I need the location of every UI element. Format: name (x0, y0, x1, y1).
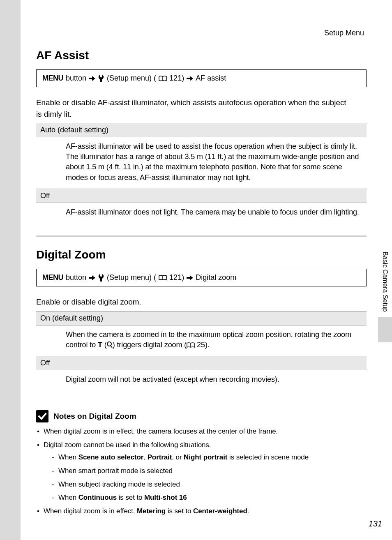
list-item: When smart portrait mode is selected (52, 466, 367, 476)
book-icon (187, 342, 195, 348)
wrench-icon (98, 75, 104, 82)
wrench-icon (98, 274, 104, 282)
digital-zoom-options-table: On (default setting) When the camera is … (36, 311, 367, 391)
digital-zoom-heading: Digital Zoom (36, 248, 367, 261)
arrow-right-icon (89, 275, 95, 281)
setup-menu-text: (Setup menu) ( (107, 273, 156, 282)
page-ref: 121) (169, 74, 184, 83)
section-name-label: Setup Menu (324, 29, 364, 37)
option-name: Off (36, 189, 367, 203)
digital-zoom-intro: Enable or disable digital zoom. (36, 296, 348, 308)
page-ref: 121) (169, 273, 184, 282)
option-description: When the camera is zoomed in to the maxi… (36, 325, 367, 356)
option-description: AF-assist illuminator does not light. Th… (36, 203, 367, 223)
option-name: On (default setting) (36, 311, 367, 325)
option-description: AF-assist illuminator will be used to as… (36, 137, 367, 189)
section-divider (36, 235, 367, 237)
list-item: When digital zoom is in effect, the came… (36, 427, 367, 437)
list-item: When digital zoom is in effect, Metering… (36, 506, 367, 517)
notes-title-text: Notes on Digital Zoom (53, 412, 136, 421)
digital-zoom-breadcrumb: MENU button (Setup menu) ( 121) Digital … (36, 269, 367, 286)
list-item: Digital zoom cannot be used in the follo… (36, 440, 367, 503)
menu-button-label: MENU (42, 74, 63, 83)
menu-button-label: MENU (42, 273, 63, 282)
notes-sub-list: When Scene auto selector, Portrait, or N… (44, 452, 367, 503)
notes-title-row: Notes on Digital Zoom (36, 410, 367, 422)
list-item: When subject tracking mode is selected (52, 480, 367, 490)
af-assist-options-table: Auto (default setting) AF-assist illumin… (36, 123, 367, 223)
side-tab: Basic Camera Setup (378, 249, 392, 342)
notes-bullet-list: When digital zoom is in effect, the came… (36, 427, 367, 516)
option-name: Off (36, 356, 367, 370)
book-icon (159, 275, 167, 281)
list-item: When Scene auto selector, Portrait, or N… (52, 452, 367, 463)
arrow-right-icon (187, 76, 193, 81)
page-header-section: Setup Menu (36, 29, 367, 37)
arrow-right-icon (89, 76, 95, 81)
magnifier-icon (107, 342, 113, 348)
tele-t-label: T (98, 341, 102, 349)
setup-menu-text: (Setup menu) ( (107, 74, 156, 83)
page-number: 131 (369, 519, 382, 528)
svg-point-2 (107, 342, 111, 346)
check-badge-icon (36, 410, 48, 422)
manual-page: Setup Menu AF Assist MENU button (Setup … (21, 0, 392, 540)
button-word: button (66, 74, 86, 83)
svg-line-3 (111, 346, 112, 348)
breadcrumb-target: Digital zoom (196, 273, 236, 282)
button-word: button (66, 273, 86, 282)
notes-block: Notes on Digital Zoom When digital zoom … (36, 410, 367, 516)
book-icon (159, 76, 167, 81)
breadcrumb-target: AF assist (196, 74, 226, 83)
side-tab-marker (378, 317, 392, 342)
af-assist-heading: AF Assist (36, 49, 367, 62)
side-tab-label: Basic Camera Setup (381, 249, 389, 314)
option-name: Auto (default setting) (36, 123, 367, 137)
arrow-right-icon (187, 275, 193, 281)
option-description: Digital zoom will not be activated (exce… (36, 370, 367, 390)
af-assist-intro: Enable or disable AF-assist illuminator,… (36, 97, 348, 120)
af-assist-breadcrumb: MENU button (Setup menu) ( 121) AF assis… (36, 69, 367, 87)
list-item: When Continuous is set to Multi-shot 16 (52, 493, 367, 503)
